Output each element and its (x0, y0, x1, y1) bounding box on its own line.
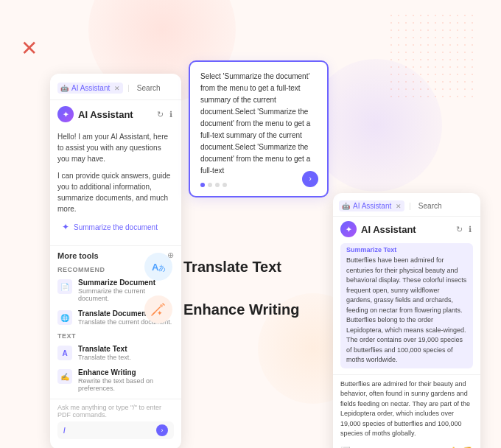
right-ai-tab-icon: 🤖 (342, 203, 350, 210)
command-input-box[interactable]: / › (57, 421, 174, 439)
tooltip-dot-3 (215, 183, 220, 187)
search-tab-label: Search (137, 84, 161, 92)
svg-point-6 (160, 304, 163, 307)
right-refresh-button[interactable]: ↻ (455, 223, 464, 236)
left-panel-title: AI Assistant (78, 109, 133, 120)
right-ai-avatar-icon: ✦ (340, 221, 357, 237)
right-tab-separator: | (409, 202, 411, 210)
right-panel-title: AI Assistant (361, 224, 416, 235)
tooltip-dot-4 (223, 183, 227, 187)
slash-icon: / (63, 427, 66, 435)
decorative-x: ✕ (21, 38, 38, 59)
enhance-writing-info: Enhance Writing Rewrite the text based o… (78, 368, 174, 392)
summarize-doc-icon: 📄 (57, 279, 72, 294)
left-panel-header-actions: ↻ ℹ (155, 108, 174, 121)
left-panel-input-area: Ask me anything or type "/" to enter PDF… (50, 399, 181, 444)
tooltip-dot-2 (208, 183, 212, 187)
translate-feature-icon: A あ (144, 253, 172, 281)
more-tools-label: More tools (57, 251, 99, 260)
ai-tab-icon: 🤖 (60, 85, 69, 92)
summarize-text-label: Summarize Text (346, 246, 467, 253)
enhance-feature-icon: ✦ (144, 295, 172, 323)
translate-feature-label: Translate Text (183, 259, 281, 276)
center-features: A あ Translate Text ✦ Enhance Writing (144, 252, 299, 337)
translate-feature-icon-wrap: A あ (144, 252, 173, 281)
tab-ai-assistant-right[interactable]: 🤖 AI Assistant ✕ (339, 200, 404, 211)
right-panel-tabs: 🤖 AI Assistant ✕ | Search (333, 200, 480, 217)
summarize-text-content: Butterflies have been admired for centur… (346, 256, 467, 365)
left-panel-body: Hello! I am your AI Assistant, here to a… (50, 127, 181, 245)
input-hint: Ask me anything or type "/" to enter PDF… (57, 404, 174, 419)
summarize-text-box: Summarize Text Butterflies have been adm… (340, 243, 473, 368)
feature-translate-text: A あ Translate Text (144, 252, 299, 281)
right-ai-tab-close[interactable]: ✕ (396, 203, 402, 210)
ai-avatar-icon: ✦ (57, 106, 74, 122)
tool-translate-text[interactable]: A Translate Text Translate the text. (50, 341, 181, 365)
spark-icon: ✦ (62, 222, 69, 232)
enhance-feature-icon-wrap: ✦ (144, 295, 173, 324)
left-panel-tabs: 🤖 AI Assistant ✕ | Search (50, 83, 181, 100)
enhance-svg: ✦ (150, 301, 167, 318)
translate-svg: A あ (150, 258, 167, 276)
enhance-feature-label: Enhance Writing (183, 301, 299, 318)
ai-tab-label: AI Assistant (71, 84, 110, 92)
right-ai-tab-label: AI Assistant (353, 202, 391, 210)
center-tooltip: Select 'Summarize the document' from the… (189, 60, 329, 197)
translate-text-icon: A (57, 346, 72, 360)
tab-search-left[interactable]: Search (134, 83, 164, 94)
ai-greeting: Hello! I am your AI Assistant, here to a… (57, 131, 174, 164)
summarize-btn-label: Summarize the document (74, 223, 158, 231)
bg-blob-2 (309, 59, 442, 192)
feature-enhance-writing: ✦ Enhance Writing (144, 295, 299, 324)
svg-text:あ: あ (158, 264, 166, 272)
tooltip-next-button[interactable]: › (302, 171, 318, 187)
send-button[interactable]: › (156, 424, 168, 436)
right-panel-title-group: ✦ AI Assistant (340, 221, 416, 237)
right-panel-header: ✦ AI Assistant ↻ ℹ (333, 217, 480, 240)
translate-text-desc: Translate the text. (78, 354, 131, 361)
translate-text-info: Translate Text Translate the text. (78, 345, 131, 361)
enhance-writing-desc: Rewrite the text based on preferences. (78, 377, 174, 392)
info-button[interactable]: ℹ (168, 108, 174, 121)
right-panel-response: Butterflies are admired for their beauty… (333, 374, 480, 444)
tab-search-right[interactable]: Search (416, 200, 445, 211)
translate-doc-icon: 🌐 (57, 310, 72, 325)
ai-description: I can provide quick answers, guide you t… (57, 170, 174, 214)
right-ai-panel: 🤖 AI Assistant ✕ | Search ✦ AI Assistant… (333, 193, 480, 448)
tab-ai-assistant-left[interactable]: 🤖 AI Assistant ✕ (57, 83, 123, 94)
svg-text:✦: ✦ (157, 309, 163, 317)
enhance-writing-name: Enhance Writing (78, 368, 174, 377)
tooltip-text: Select 'Summarize the document' from the… (200, 71, 317, 177)
left-panel-header: ✦ AI Assistant ↻ ℹ (50, 100, 181, 127)
translate-text-name: Translate Text (78, 345, 131, 353)
response-actions: ⬜ 👍 👎 (333, 444, 480, 449)
svg-rect-1 (390, 15, 479, 103)
right-search-tab-label: Search (418, 202, 442, 210)
enhance-writing-icon: ✍ (57, 369, 72, 384)
refresh-button[interactable]: ↻ (155, 108, 165, 121)
summarize-document-btn[interactable]: ✦ Summarize the document (57, 219, 174, 235)
ai-tab-close[interactable]: ✕ (114, 85, 120, 92)
tool-enhance-writing[interactable]: ✍ Enhance Writing Rewrite the text based… (50, 365, 181, 396)
tooltip-dot-1 (200, 183, 205, 187)
dot-grid-top-right (390, 15, 479, 103)
tab-separator: | (127, 84, 130, 92)
tooltip-dots (200, 183, 317, 187)
right-panel-header-actions: ↻ ℹ (455, 223, 473, 236)
right-info-button[interactable]: ℹ (467, 223, 473, 236)
left-panel-title-group: ✦ AI Assistant (57, 106, 133, 122)
